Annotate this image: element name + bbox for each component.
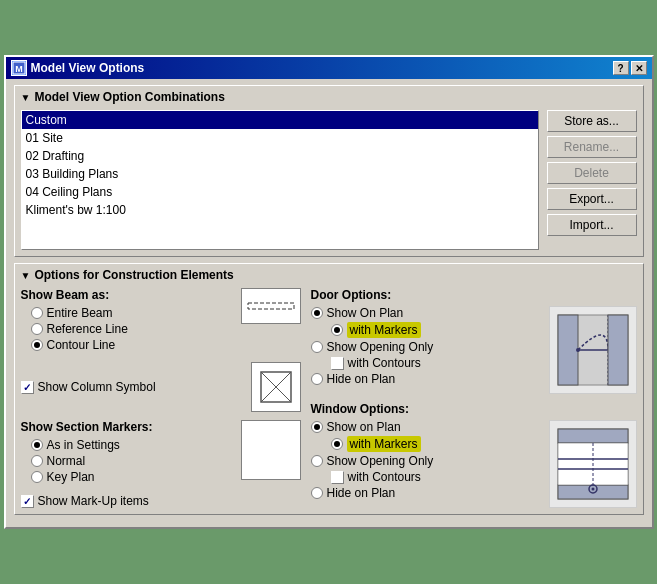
door-options-group: Door Options: Show On Plan with Markers — [311, 288, 637, 394]
column-preview — [251, 362, 301, 412]
help-button[interactable]: ? — [613, 61, 629, 75]
close-button[interactable]: ✕ — [631, 61, 647, 75]
section-normal-label: Normal — [47, 454, 86, 468]
door-show-opening-radio[interactable] — [311, 341, 323, 353]
svg-rect-14 — [558, 485, 628, 499]
options-title: Options for Construction Elements — [34, 268, 233, 282]
combinations-list[interactable]: Custom 01 Site 02 Drafting 03 Building P… — [21, 110, 539, 250]
list-item[interactable]: Kliment's bw 1:100 — [22, 201, 538, 219]
window-hide-on-plan-radio[interactable] — [311, 487, 323, 499]
section-settings-item: As in Settings — [31, 438, 237, 452]
beam-reference-radio[interactable] — [31, 323, 43, 335]
door-hide-on-plan-item: Hide on Plan — [311, 372, 543, 386]
list-item[interactable]: Custom — [22, 111, 538, 129]
window-show-on-plan-label: Show on Plan — [327, 420, 401, 434]
door-with-contours-label: with Contours — [348, 356, 421, 370]
options-section: ▼ Options for Construction Elements Show… — [14, 263, 644, 515]
svg-point-9 — [576, 348, 580, 352]
window-with-markers-radio[interactable] — [331, 438, 343, 450]
show-column-label: Show Column Symbol — [38, 380, 156, 394]
show-section-options: As in Settings Normal Key Plan — [31, 438, 237, 484]
beam-contour-label: Contour Line — [47, 338, 116, 352]
list-item[interactable]: 02 Drafting — [22, 147, 538, 165]
store-as-button[interactable]: Store as... — [547, 110, 637, 132]
door-options-row: Show On Plan with Markers Show Opening O… — [311, 306, 637, 394]
section-normal-item: Normal — [31, 454, 237, 468]
combinations-title: Model View Option Combinations — [34, 90, 224, 104]
section-settings-radio[interactable] — [31, 439, 43, 451]
door-with-markers-label: with Markers — [347, 322, 421, 338]
door-with-markers-item: with Markers — [331, 322, 543, 338]
show-column-checkbox[interactable]: ✓ — [21, 381, 34, 394]
delete-button[interactable]: Delete — [547, 162, 637, 184]
window-options-left: Show on Plan with Markers Show Opening O… — [311, 420, 543, 508]
door-preview — [549, 306, 637, 394]
section-normal-radio[interactable] — [31, 455, 43, 467]
beam-entire-radio[interactable] — [31, 307, 43, 319]
door-show-on-plan-radio[interactable] — [311, 307, 323, 319]
svg-text:M: M — [15, 64, 23, 74]
title-buttons: ? ✕ — [613, 61, 647, 75]
door-with-markers-radio[interactable] — [331, 324, 343, 336]
section-keyplan-radio[interactable] — [31, 471, 43, 483]
beam-contour-radio[interactable] — [31, 339, 43, 351]
section-keyplan-item: Key Plan — [31, 470, 237, 484]
window-show-opening-item: Show Opening Only — [311, 454, 543, 468]
dialog-icon: M — [11, 60, 27, 76]
svg-rect-7 — [558, 315, 578, 385]
window-options-group: Window Options: Show on Plan with Marker… — [311, 402, 637, 508]
section-keyplan-label: Key Plan — [47, 470, 95, 484]
door-show-opening-label: Show Opening Only — [327, 340, 434, 354]
window-show-on-plan-radio[interactable] — [311, 421, 323, 433]
list-item[interactable]: 04 Ceiling Plans — [22, 183, 538, 201]
beam-entire-item: Entire Beam — [31, 306, 227, 320]
section-marker-preview — [241, 420, 301, 480]
dialog-body: ▼ Model View Option Combinations Custom … — [6, 79, 652, 527]
door-hide-on-plan-label: Hide on Plan — [327, 372, 396, 386]
show-beam-label: Show Beam as: — [21, 288, 227, 302]
window-with-markers-item: with Markers — [331, 436, 543, 452]
door-with-contours-checkbox[interactable] — [331, 357, 344, 370]
door-hide-on-plan-radio[interactable] — [311, 373, 323, 385]
window-options-row: Show on Plan with Markers Show Opening O… — [311, 420, 637, 508]
side-buttons: Store as... Rename... Delete Export... I… — [547, 110, 637, 250]
show-markup-checkbox[interactable]: ✓ — [21, 495, 34, 508]
import-button[interactable]: Import... — [547, 214, 637, 236]
window-with-contours-label: with Contours — [348, 470, 421, 484]
right-panel: Door Options: Show On Plan with Markers — [311, 288, 637, 508]
show-section-label: Show Section Markers: — [21, 420, 237, 434]
window-show-opening-radio[interactable] — [311, 455, 323, 467]
beam-entire-label: Entire Beam — [47, 306, 113, 320]
svg-rect-2 — [248, 303, 294, 309]
combinations-content: Custom 01 Site 02 Drafting 03 Building P… — [21, 110, 637, 250]
combinations-section: ▼ Model View Option Combinations Custom … — [14, 85, 644, 257]
title-bar: M Model View Options ? ✕ — [6, 57, 652, 79]
show-markup-row: ✓ Show Mark-Up items — [21, 494, 301, 508]
show-beam-row: Show Beam as: Entire Beam Reference Line — [21, 288, 301, 356]
collapse-arrow-options[interactable]: ▼ — [21, 270, 31, 281]
collapse-arrow-combinations[interactable]: ▼ — [21, 92, 31, 103]
show-column-row: ✓ Show Column Symbol — [21, 362, 301, 412]
list-item[interactable]: 01 Site — [22, 129, 538, 147]
door-show-on-plan-label: Show On Plan — [327, 306, 404, 320]
beam-reference-item: Reference Line — [31, 322, 227, 336]
beam-preview — [241, 288, 301, 324]
svg-point-20 — [591, 488, 594, 491]
title-bar-left: M Model View Options — [11, 60, 145, 76]
door-options-left: Show On Plan with Markers Show Opening O… — [311, 306, 543, 394]
window-show-on-plan-item: Show on Plan — [311, 420, 543, 434]
options-content: Show Beam as: Entire Beam Reference Line — [21, 288, 637, 508]
door-show-on-plan-item: Show On Plan — [311, 306, 543, 320]
rename-button[interactable]: Rename... — [547, 136, 637, 158]
export-button[interactable]: Export... — [547, 188, 637, 210]
door-options-label: Door Options: — [311, 288, 637, 302]
svg-rect-11 — [608, 315, 628, 385]
show-section-row: Show Section Markers: As in Settings Nor… — [21, 420, 301, 488]
window-hide-on-plan-label: Hide on Plan — [327, 486, 396, 500]
combinations-header: ▼ Model View Option Combinations — [21, 90, 637, 104]
door-show-opening-item: Show Opening Only — [311, 340, 543, 354]
list-item[interactable]: 03 Building Plans — [22, 165, 538, 183]
window-with-contours-checkbox[interactable] — [331, 471, 344, 484]
dialog-title: Model View Options — [31, 61, 145, 75]
window-with-markers-label: with Markers — [347, 436, 421, 452]
